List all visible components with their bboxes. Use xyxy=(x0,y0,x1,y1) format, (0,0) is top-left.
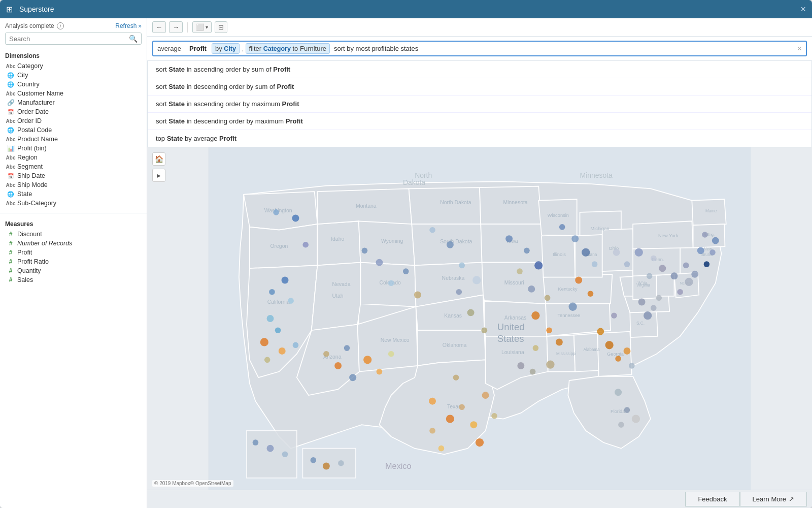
svg-point-70 xyxy=(429,398,436,405)
feedback-button[interactable]: Feedback xyxy=(685,492,739,506)
svg-point-123 xyxy=(618,422,624,428)
suggestion-item-5[interactable]: top State by average Profit xyxy=(148,130,811,147)
sidebar-item-label: City xyxy=(17,72,28,79)
svg-point-110 xyxy=(635,248,643,257)
sidebar-top: Analysis complete i Refresh » 🔍 xyxy=(0,18,147,48)
sidebar-item-region[interactable]: Abc Region xyxy=(5,153,142,162)
svg-point-135 xyxy=(530,369,536,375)
search-input[interactable] xyxy=(9,35,129,43)
view-button[interactable]: ⊞ xyxy=(215,21,227,33)
svg-text:Alabama: Alabama xyxy=(584,347,600,352)
svg-point-88 xyxy=(472,276,481,284)
sidebar-item-profit[interactable]: # Profit xyxy=(5,248,142,257)
measures-title: Measures xyxy=(5,220,142,228)
svg-text:Arkansas: Arkansas xyxy=(504,315,527,321)
svg-text:Wyoming: Wyoming xyxy=(381,238,403,244)
export-button[interactable]: ⬜ ▾ xyxy=(192,21,212,33)
svg-text:S.C.: S.C. xyxy=(636,321,645,326)
svg-text:Georgia: Georgia xyxy=(607,352,624,357)
svg-point-114 xyxy=(597,328,604,335)
suggestion-item-2[interactable]: sort State in descending order by sum of… xyxy=(148,78,811,96)
svg-text:Florida: Florida xyxy=(611,409,625,414)
sidebar-item-sales[interactable]: # Sales xyxy=(5,275,142,284)
suggestion-item-1[interactable]: sort State in ascending order by sum of … xyxy=(148,61,811,78)
svg-text:W.Va: W.Va xyxy=(637,281,647,285)
sidebar-item-label: Ship Mode xyxy=(17,181,48,188)
refresh-button[interactable]: Refresh » xyxy=(115,22,142,29)
svg-text:New York: New York xyxy=(658,233,679,238)
svg-text:Oklahoma: Oklahoma xyxy=(443,342,467,348)
sidebar-item-segment[interactable]: Abc Segment xyxy=(5,162,142,171)
sidebar-item-ship-mode[interactable]: Abc Ship Mode xyxy=(5,180,142,189)
abc-icon: Abc xyxy=(7,154,14,161)
sidebar-item-category[interactable]: Abc Category xyxy=(5,61,142,71)
hash-icon: # xyxy=(7,258,14,265)
ask-clear-button[interactable]: × xyxy=(793,44,806,53)
svg-point-59 xyxy=(293,342,299,348)
svg-point-129 xyxy=(704,261,710,267)
sidebar-item-order-date[interactable]: 📅 Order Date xyxy=(5,107,142,116)
sidebar-item-customer-name[interactable]: Abc Customer Name xyxy=(5,89,142,98)
svg-point-102 xyxy=(571,235,579,242)
svg-text:Texas: Texas xyxy=(447,404,461,409)
svg-point-141 xyxy=(656,295,662,301)
search-icon[interactable]: 🔍 xyxy=(129,35,138,43)
suggestion-item-4[interactable]: sort State in descending order by maximu… xyxy=(148,113,811,130)
learn-more-button[interactable]: Learn More ↗ xyxy=(740,492,807,506)
sidebar-item-label: Discount xyxy=(17,231,42,238)
map-expand-button[interactable]: ▶ xyxy=(152,169,165,182)
sidebar-item-discount[interactable]: # Discount xyxy=(5,230,142,239)
sidebar-item-city[interactable]: 🌐 City xyxy=(5,71,142,80)
sidebar-item-label: Manufacturer xyxy=(17,99,55,106)
sidebar-item-order-id[interactable]: Abc Order ID xyxy=(5,116,142,125)
svg-point-105 xyxy=(575,276,582,283)
footer: Feedback Learn More ↗ xyxy=(147,490,812,508)
close-button[interactable]: × xyxy=(800,5,806,14)
svg-point-132 xyxy=(712,237,719,244)
sidebar-item-profit-bin[interactable]: 📊 Profit (bin) xyxy=(5,144,142,153)
sidebar-item-number-of-records[interactable]: # Number of Records xyxy=(5,239,142,248)
back-button[interactable]: ← xyxy=(152,21,166,33)
svg-point-90 xyxy=(467,309,475,316)
sidebar-item-country[interactable]: 🌐 Country xyxy=(5,80,142,89)
svg-point-83 xyxy=(403,268,409,274)
ask-filter-chip[interactable]: filter Category to Furniture xyxy=(246,43,330,54)
sidebar-item-state[interactable]: 🌐 State xyxy=(5,189,142,199)
info-icon[interactable]: i xyxy=(57,22,64,29)
svg-point-67 xyxy=(377,369,383,375)
svg-point-63 xyxy=(323,351,329,357)
sidebar-item-ship-date[interactable]: 📅 Ship Date xyxy=(5,171,142,180)
chip-separator: , xyxy=(241,45,245,52)
svg-point-116 xyxy=(615,356,621,362)
ask-bar[interactable]: average Profit by City , filter Category… xyxy=(152,41,807,56)
ask-input[interactable] xyxy=(331,43,793,54)
svg-point-87 xyxy=(459,263,465,269)
map-home-button[interactable]: 🏠 xyxy=(152,152,165,166)
svg-text:Utah: Utah xyxy=(332,293,343,299)
svg-text:Wisconsin: Wisconsin xyxy=(548,213,569,218)
sidebar-item-postal-code[interactable]: 🌐 Postal Code xyxy=(5,125,142,135)
sidebar-item-quantity[interactable]: # Quantity xyxy=(5,266,142,275)
svg-point-147 xyxy=(338,460,344,466)
ask-by-city-chip[interactable]: by City xyxy=(212,43,240,54)
suggestion-item-3[interactable]: sort State in ascending order by maximum… xyxy=(148,96,811,113)
svg-point-89 xyxy=(456,289,462,295)
svg-point-85 xyxy=(429,227,435,233)
sidebar-item-product-name[interactable]: Abc Product Name xyxy=(5,135,142,144)
sidebar-item-manufacturer[interactable]: 🔗 Manufacturer xyxy=(5,98,142,107)
svg-point-96 xyxy=(528,285,535,293)
svg-point-65 xyxy=(344,345,350,351)
svg-point-53 xyxy=(260,338,268,346)
svg-point-81 xyxy=(376,259,383,266)
map-nav-controls: 🏠 xyxy=(152,152,165,166)
abc-icon: Abc xyxy=(7,163,14,170)
abc-icon: Abc xyxy=(7,181,14,188)
sidebar-item-sub-category[interactable]: Abc Sub-Category xyxy=(5,199,142,208)
svg-point-82 xyxy=(388,280,394,286)
forward-button[interactable]: → xyxy=(169,21,183,33)
search-box[interactable]: 🔍 xyxy=(5,33,142,45)
svg-point-124 xyxy=(671,272,678,279)
svg-point-93 xyxy=(524,248,530,254)
sidebar-item-profit-ratio[interactable]: # Profit Ratio xyxy=(5,257,142,266)
svg-point-62 xyxy=(302,242,309,248)
